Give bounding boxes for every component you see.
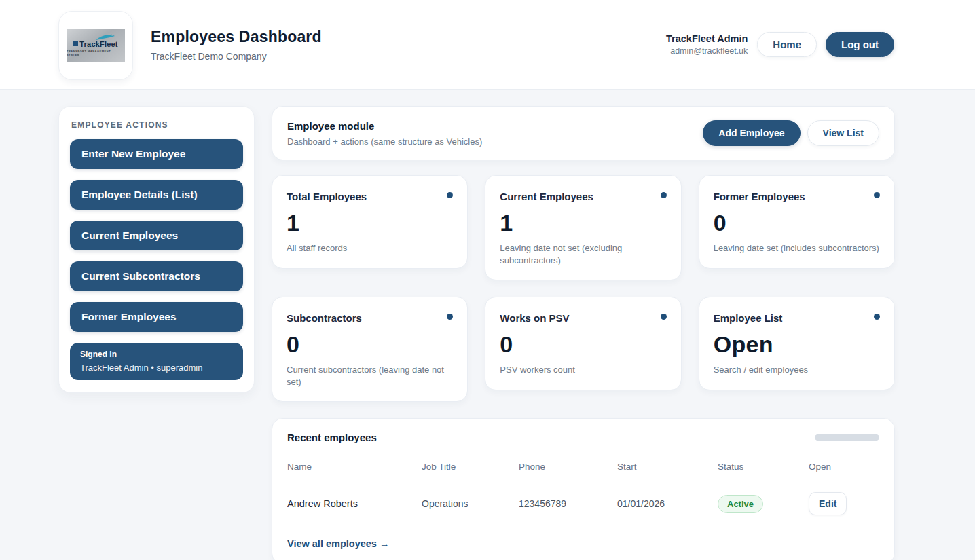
stat-head: Current Employees: [500, 189, 666, 202]
sidebar-item-employee-details-list[interactable]: Employee Details (List): [70, 180, 243, 210]
stat-head: Former Employees: [714, 189, 880, 202]
sidebar: EMPLOYEE ACTIONS Enter New Employee Empl…: [58, 106, 255, 393]
table-head: Recent employees: [287, 432, 879, 443]
cell-phone: 123456789: [519, 498, 617, 509]
signed-in-label: Signed in: [80, 350, 233, 359]
stat-subtitle: Current subcontractors (leaving date not…: [287, 364, 453, 388]
cell-start: 01/01/2026: [617, 498, 718, 509]
logo-brand-row: TrackFleet: [73, 40, 117, 48]
user-name: TrackFleet Admin: [666, 33, 748, 44]
module-title: Employee module: [287, 120, 482, 132]
user-email: admin@trackfleet.uk: [666, 46, 748, 56]
column-header-job-title: Job Title: [422, 462, 519, 472]
stat-head: Total Employees: [287, 189, 453, 202]
add-employee-button[interactable]: Add Employee: [703, 120, 800, 146]
header-right: TrackFleet Admin admin@trackfleet.uk Hom…: [666, 32, 894, 57]
signed-in-value: TrackFleet Admin • superadmin: [80, 362, 233, 373]
page-title: Employees Dashboard: [151, 28, 322, 46]
stat-subtitle: Leaving date set (includes subcontractor…: [714, 242, 880, 255]
recent-employees-card: Recent employees Name Job Title Phone St…: [272, 418, 895, 560]
table-column-headers: Name Job Title Phone Start Status Open: [287, 462, 879, 481]
cell-status: Active: [718, 495, 809, 513]
stat-subtitle: Leaving date not set (excluding subcontr…: [500, 242, 666, 266]
stat-value: 0: [287, 331, 453, 358]
main-column: Employee module Dashboard + actions (sam…: [272, 106, 895, 560]
cell-job-title: Operations: [422, 498, 519, 509]
stat-title: Works on PSV: [500, 310, 569, 324]
cell-open: Edit: [809, 492, 879, 515]
stat-title: Employee List: [714, 310, 783, 324]
dot-icon: [874, 192, 880, 198]
content: EMPLOYEE ACTIONS Enter New Employee Empl…: [0, 90, 975, 560]
stat-value: 0: [714, 210, 880, 236]
dot-icon: [661, 192, 667, 198]
edit-button[interactable]: Edit: [809, 492, 847, 515]
column-header-name: Name: [287, 462, 422, 472]
recent-employees-title: Recent employees: [287, 432, 377, 443]
stat-title: Subcontractors: [287, 310, 362, 324]
stat-card-works-on-psv[interactable]: Works on PSV 0 PSV workers count: [485, 297, 681, 390]
module-text: Employee module Dashboard + actions (sam…: [287, 120, 482, 147]
stat-value: 1: [287, 210, 453, 236]
stat-card-current-employees[interactable]: Current Employees 1 Leaving date not set…: [485, 175, 681, 280]
stat-subtitle: All staff records: [287, 242, 453, 255]
column-header-status: Status: [718, 462, 809, 472]
skeleton-pill: [815, 434, 879, 441]
column-header-phone: Phone: [519, 462, 617, 472]
sidebar-item-current-employees[interactable]: Current Employees: [70, 221, 243, 250]
stat-card-total-employees[interactable]: Total Employees 1 All staff records: [272, 175, 468, 269]
table-row: Andrew Roberts Operations 123456789 01/0…: [287, 481, 879, 525]
stat-title: Total Employees: [287, 189, 367, 202]
stat-head: Employee List: [714, 310, 880, 324]
stat-card-former-employees[interactable]: Former Employees 0 Leaving date set (inc…: [699, 175, 895, 269]
column-header-start: Start: [617, 462, 718, 472]
stat-value: 1: [500, 210, 666, 236]
stats-grid: Total Employees 1 All staff records Curr…: [272, 175, 895, 402]
dot-icon: [447, 314, 453, 320]
logo-mark-icon: [73, 41, 78, 46]
sidebar-section-title: EMPLOYEE ACTIONS: [71, 120, 243, 130]
user-block: TrackFleet Admin admin@trackfleet.uk: [666, 33, 748, 56]
dot-icon: [661, 314, 667, 320]
cell-name: Andrew Roberts: [287, 498, 422, 509]
stat-card-employee-list[interactable]: Employee List Open Search / edit employe…: [699, 297, 895, 390]
stat-subtitle: Search / edit employees: [714, 364, 880, 376]
view-list-button[interactable]: View List: [807, 120, 879, 146]
stat-title: Current Employees: [500, 189, 593, 202]
logo-card: TrackFleet TRANSPORT MANAGEMENT SYSTEM: [58, 11, 133, 80]
page: TrackFleet TRANSPORT MANAGEMENT SYSTEM E…: [0, 0, 975, 560]
module-subtitle: Dashboard + actions (same structure as V…: [287, 136, 482, 147]
logo-brand-text: TrackFleet: [79, 40, 117, 48]
dot-icon: [874, 314, 880, 320]
stat-head: Works on PSV: [500, 310, 666, 324]
stat-value: 0: [500, 331, 666, 358]
logout-button[interactable]: Log out: [826, 32, 894, 57]
view-all-employees-link[interactable]: View all employees →: [287, 538, 389, 549]
sidebar-item-former-employees[interactable]: Former Employees: [70, 302, 243, 332]
column-header-open: Open: [809, 462, 879, 472]
stat-head: Subcontractors: [287, 310, 453, 324]
stat-value: Open: [714, 331, 880, 358]
logo-swoosh-icon: [95, 33, 115, 41]
home-button[interactable]: Home: [757, 32, 817, 57]
logo-tagline: TRANSPORT MANAGEMENT SYSTEM: [67, 50, 125, 56]
stat-subtitle: PSV workers count: [500, 364, 666, 376]
sidebar-item-enter-new-employee[interactable]: Enter New Employee: [70, 139, 243, 169]
signed-in-box: Signed in TrackFleet Admin • superadmin: [70, 343, 243, 380]
page-subtitle: TrackFleet Demo Company: [151, 51, 322, 62]
title-block: Employees Dashboard TrackFleet Demo Comp…: [151, 28, 322, 62]
dot-icon: [447, 192, 453, 198]
stat-title: Former Employees: [714, 189, 805, 202]
sidebar-item-current-subcontractors[interactable]: Current Subcontractors: [70, 261, 243, 291]
app-header: TrackFleet TRANSPORT MANAGEMENT SYSTEM E…: [0, 0, 975, 90]
stat-card-subcontractors[interactable]: Subcontractors 0 Current subcontractors …: [272, 297, 468, 402]
employee-module-card: Employee module Dashboard + actions (sam…: [272, 106, 895, 160]
module-actions: Add Employee View List: [703, 120, 879, 146]
trackfleet-logo: TrackFleet TRANSPORT MANAGEMENT SYSTEM: [67, 29, 125, 62]
status-badge: Active: [718, 495, 763, 513]
